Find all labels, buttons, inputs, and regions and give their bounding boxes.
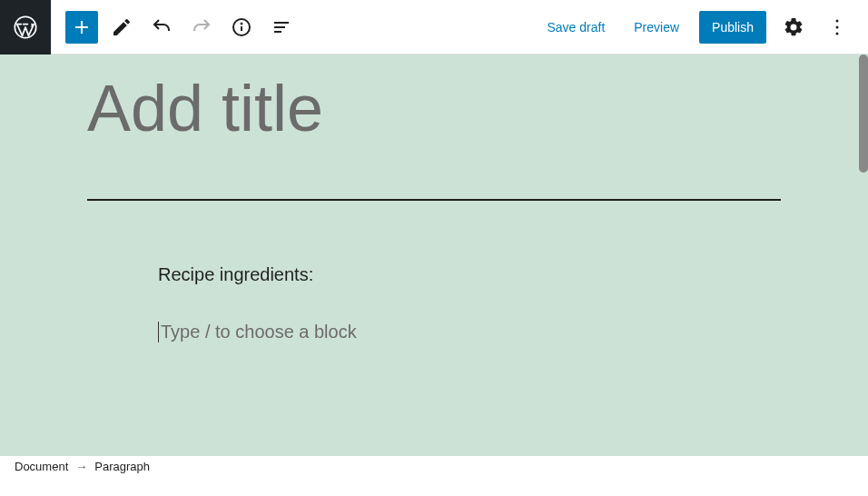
toolbar-left-group [51, 11, 298, 44]
vertical-scrollbar[interactable] [859, 55, 868, 173]
arrow-right-icon: → [75, 460, 87, 473]
wordpress-logo[interactable] [0, 0, 51, 55]
svg-point-3 [242, 23, 242, 24]
block-breadcrumb: Document → Paragraph [0, 456, 868, 476]
undo-button[interactable] [145, 11, 178, 44]
svg-point-7 [836, 19, 839, 22]
settings-button[interactable] [777, 11, 810, 44]
edit-mode-button[interactable] [105, 11, 138, 44]
separator-block[interactable] [87, 199, 781, 201]
editor-canvas: Add title Recipe ingredients: Type / to … [0, 55, 868, 476]
breadcrumb-current[interactable]: Paragraph [94, 460, 150, 473]
toolbar-right-group: Save draft Preview Publish [538, 11, 868, 44]
svg-point-9 [836, 32, 839, 35]
paragraph-block[interactable]: Recipe ingredients: [158, 264, 710, 285]
block-appender[interactable]: Type / to choose a block [158, 322, 710, 342]
outline-button[interactable] [265, 11, 298, 44]
info-button[interactable] [225, 11, 258, 44]
preview-button[interactable]: Preview [625, 15, 688, 40]
redo-button[interactable] [185, 11, 218, 44]
more-options-button[interactable] [821, 11, 853, 44]
svg-point-8 [836, 25, 839, 28]
publish-button[interactable]: Publish [699, 11, 766, 44]
breadcrumb-root[interactable]: Document [15, 460, 68, 473]
top-toolbar: Save draft Preview Publish [0, 0, 868, 55]
add-block-button[interactable] [65, 11, 98, 44]
save-draft-button[interactable]: Save draft [538, 15, 614, 40]
post-title-input[interactable]: Add title [87, 73, 781, 144]
